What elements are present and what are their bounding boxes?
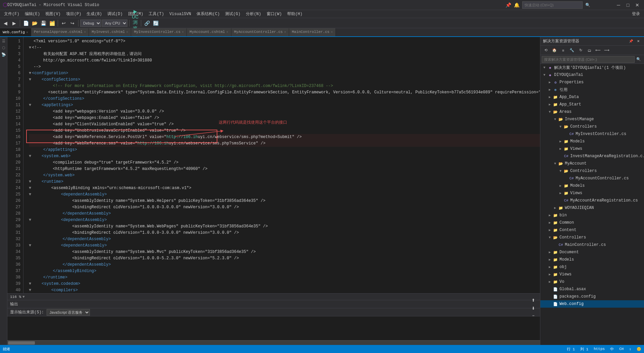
se-nav-fwd-button[interactable]: ⟶: [603, 46, 611, 54]
se-item-26[interactable]: ▶ 📁 obj: [540, 263, 644, 271]
expand-icon-29[interactable]: ▼: [29, 217, 31, 223]
se-item-7[interactable]: ▼ 📂 Controllers: [540, 123, 644, 130]
redo-button[interactable]: ↪: [68, 19, 76, 27]
start-button[interactable]: ▶ UC浏览器: [131, 19, 139, 27]
se-arrow-15[interactable]: ▶: [558, 184, 563, 188]
se-filter-button[interactable]: ≡: [559, 46, 567, 54]
se-arrow-1[interactable]: ▶: [547, 80, 552, 84]
se-item-18[interactable]: ▶ 📁 WOYAOJIEQIAN: [540, 204, 644, 212]
se-pin-button[interactable]: 📌: [628, 38, 634, 44]
se-arrow-10[interactable]: ▶: [558, 147, 563, 151]
se-item-5[interactable]: ▼ 📂 Areas: [540, 108, 644, 116]
se-item-15[interactable]: ▶ 📁 Models: [540, 182, 644, 189]
save-all-button[interactable]: 🗂️: [48, 19, 56, 27]
se-sync-button[interactable]: ⟲: [542, 46, 550, 54]
se-item-1[interactable]: ▶ ⚙ Properties: [540, 79, 644, 86]
se-item-31[interactable]: 📄 Web.config: [540, 300, 644, 308]
se-arrow-6[interactable]: ▼: [552, 118, 558, 121]
restore-button[interactable]: □: [624, 1, 632, 9]
expand-icon-11[interactable]: ▼: [29, 102, 31, 108]
server-explorer-icon[interactable]: 📡: [1, 52, 6, 57]
se-item-19[interactable]: ▶ 📁 bin: [540, 212, 644, 219]
back-button[interactable]: ◀: [1, 19, 9, 27]
tab-webconfig-close[interactable]: ✕: [26, 30, 28, 34]
attach-button[interactable]: 🔗: [143, 19, 151, 27]
refresh-button[interactable]: 🔄: [152, 19, 160, 27]
se-item-9[interactable]: ▶ 📁 Models: [540, 138, 644, 145]
se-arrow-26[interactable]: ▶: [547, 265, 552, 269]
se-arrow-21[interactable]: ▶: [547, 228, 552, 232]
menu-test[interactable]: 测试(G): [222, 10, 243, 18]
tab-myaccount[interactable]: MyAccount.cshtml ✕: [187, 28, 231, 36]
expand-icon-33[interactable]: ▼: [29, 242, 31, 249]
se-nav-button[interactable]: ⟵: [594, 46, 602, 54]
se-arrow-22[interactable]: ▼: [547, 236, 552, 239]
se-arrow-3[interactable]: ▶: [547, 95, 552, 99]
se-close-button[interactable]: ✕: [635, 38, 641, 44]
zoom-chevron[interactable]: ▼: [22, 295, 25, 299]
se-item-11[interactable]: C# InvestManageAreaRegistration.c...: [540, 152, 644, 160]
expand-icon-39[interactable]: ▼: [29, 281, 31, 287]
se-arrow-20[interactable]: ▶: [547, 221, 552, 225]
se-item-21[interactable]: ▶ 📁 Content: [540, 226, 644, 234]
se-item-30[interactable]: 📄 packages.config: [540, 293, 644, 300]
tab-myaccountcontroller-close[interactable]: ✕: [284, 30, 286, 34]
menu-edit[interactable]: 编辑(E): [22, 10, 43, 18]
expand-icon-6[interactable]: ▼: [29, 70, 31, 77]
se-item-16[interactable]: ▶ 📁 Views: [540, 189, 644, 197]
menu-debug[interactable]: 调试(D): [105, 10, 125, 18]
expand-icon-24[interactable]: ▼: [29, 185, 31, 191]
se-home-button[interactable]: 🏠: [550, 46, 558, 54]
tab-myaccount-close[interactable]: ✕: [226, 30, 228, 34]
menu-architecture[interactable]: 体系结构(C): [194, 10, 223, 18]
se-item-17[interactable]: C# MyAccountAreaRegistration.cs: [540, 197, 644, 204]
code-lines[interactable]: <?xml version="1.0" encoding="utf-8"?>▼<…: [23, 37, 540, 293]
menu-build[interactable]: 生成(B): [84, 10, 105, 18]
tab-webconfig[interactable]: Web.config ✕: [0, 28, 31, 36]
se-item-28[interactable]: ▶ 📁 Vo: [540, 278, 644, 285]
output-source-select[interactable]: JavaScript 语言服务: [47, 309, 90, 316]
menu-project[interactable]: 项目(P): [63, 10, 84, 18]
minimize-button[interactable]: ─: [614, 1, 623, 9]
se-item-23[interactable]: C# MainController.cs: [540, 241, 644, 249]
se-item-6[interactable]: ▼ 📂 InvestManage: [540, 116, 644, 123]
save-button[interactable]: 💾: [39, 19, 47, 27]
menu-help[interactable]: 帮助(H): [284, 10, 305, 18]
solution-explorer-icon[interactable]: ☰: [1, 38, 6, 44]
se-item-13[interactable]: ▼ 📂 Controllers: [540, 167, 644, 175]
se-arrow-5[interactable]: ▼: [547, 110, 552, 114]
tab-personalapprove[interactable]: PersonalApprove.cshtml ✕: [31, 28, 89, 36]
se-item-3[interactable]: ▶ 📁 App_Data: [540, 93, 644, 101]
se-content[interactable]: ▼ ◈ 解决方案'DIYOUQianTai'(1 个项目) ▼ ◈ DIYOUQ…: [540, 64, 644, 345]
expand-icon-19[interactable]: ▼: [29, 153, 31, 160]
se-arrow-2[interactable]: ▶: [547, 88, 552, 92]
se-item-10[interactable]: ▶ 📁 Views: [540, 145, 644, 152]
menu-analyze[interactable]: 分析(N): [243, 10, 264, 18]
se-arrow-9[interactable]: ▶: [558, 139, 563, 143]
se-arrow-12[interactable]: ▼: [552, 162, 558, 166]
se-item-2[interactable]: ▶ ⊕ 引用: [540, 86, 644, 93]
tab-maincontroller-close[interactable]: ✕: [331, 30, 333, 34]
se-arrow-25[interactable]: ▶: [547, 258, 552, 262]
menu-view[interactable]: 视图(V): [43, 10, 63, 18]
config-dropdown[interactable]: Debug: [80, 19, 101, 27]
tab-myinvest[interactable]: MyInvest.cshtml ✕: [89, 28, 131, 36]
se-arrow-24[interactable]: ▶: [547, 250, 552, 254]
se-item-4[interactable]: ▶ 📁 App_Start: [540, 101, 644, 108]
se-arrow-0[interactable]: ▼: [542, 73, 547, 77]
expand-icon-2[interactable]: ▼: [29, 45, 31, 51]
se-item-24[interactable]: ▶ 📁 Document: [540, 249, 644, 256]
undo-button[interactable]: ↩: [60, 19, 68, 27]
se-item-14[interactable]: C# MyAccountController.cs: [540, 175, 644, 182]
se-arrow-28[interactable]: ▶: [547, 280, 552, 284]
output-wrap-button[interactable]: ⬇: [529, 304, 537, 312]
tab-myinvestcontroller-close[interactable]: ✕: [182, 30, 184, 34]
expand-icon-40[interactable]: ▼: [29, 287, 31, 293]
se-arrow-4[interactable]: ▶: [547, 102, 552, 106]
se-item-8[interactable]: C# MyInvestController.cs: [540, 130, 644, 138]
tab-myaccountcontroller[interactable]: MyAccountController.cs ✕: [231, 28, 289, 36]
expand-icon-25[interactable]: ▼: [29, 191, 31, 198]
code-editor[interactable]: 1234567891011121314151617181920212223242…: [7, 37, 540, 293]
se-refresh-button[interactable]: ↻: [577, 46, 585, 54]
h-scroll-thumb[interactable]: [8, 341, 35, 345]
